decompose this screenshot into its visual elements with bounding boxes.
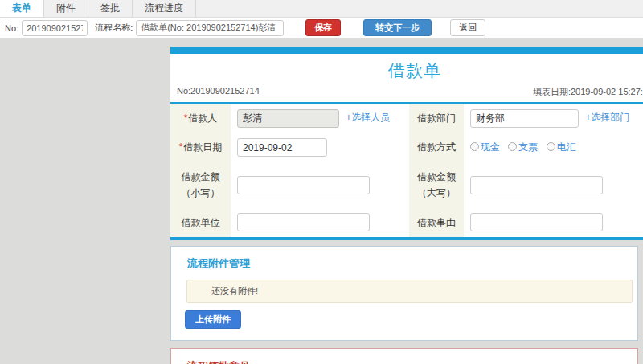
radio-cash[interactable]: 现金	[470, 141, 500, 153]
flow-name-input[interactable]	[136, 20, 284, 36]
radio-circle-icon[interactable]	[547, 142, 555, 151]
radio-circle-icon[interactable]	[508, 142, 517, 151]
save-button[interactable]: 保存	[305, 19, 341, 36]
tab-progress[interactable]: 流程进度	[133, 0, 196, 17]
upload-attachment-button[interactable]: 上传附件	[185, 310, 241, 329]
amount-upper-label: 借款金额（大写）	[409, 162, 464, 208]
amount-lower-label: 借款金额（小写）	[170, 162, 231, 208]
required-mark: *	[184, 112, 188, 124]
doc-number: No:20190902152714	[177, 86, 260, 98]
panel-bottom-bar	[170, 237, 643, 240]
borrower-input[interactable]	[237, 109, 339, 128]
table-row: *借款日期 借款方式 现金 支票 电汇	[170, 133, 643, 162]
back-button[interactable]: 返回	[450, 19, 485, 36]
select-department-link[interactable]: +选择部门	[585, 112, 629, 123]
table-row: 借款单位 借款事由	[170, 208, 643, 237]
department-input[interactable]	[470, 109, 579, 128]
loan-form-table: *借款人 +选择人员 借款部门 +选择部门 *借款日期	[170, 104, 643, 237]
form-meta-row: No:20190902152714 填表日期:2019-09-02 15:27:…	[170, 84, 643, 102]
no-label: No:	[5, 23, 18, 33]
approval-panel: 流程签批意见 B I abc	[170, 348, 638, 364]
loan-method-label: 借款方式	[409, 133, 464, 162]
tab-attachment[interactable]: 附件	[44, 0, 88, 17]
loan-reason-label: 借款事由	[409, 208, 464, 237]
amount-lower-input[interactable]	[237, 176, 370, 194]
radio-wire[interactable]: 电汇	[547, 141, 576, 153]
radio-cheque[interactable]: 支票	[508, 141, 538, 153]
page-content: 借款单 No:20190902152714 填表日期:2019-09-02 15…	[0, 38, 643, 364]
tab-approval[interactable]: 签批	[88, 0, 133, 17]
fill-date: 填表日期:2019-09-02 15:27:1	[533, 86, 643, 98]
loan-date-input[interactable]	[237, 138, 327, 157]
radio-circle-icon[interactable]	[470, 142, 479, 151]
loan-unit-input[interactable]	[237, 213, 370, 231]
amount-upper-input[interactable]	[470, 176, 603, 194]
attachments-header: 流程附件管理	[187, 256, 637, 271]
borrower-label: *借款人	[170, 104, 231, 133]
toolbar: No: 流程名称: 保存 转交下一步 返回	[0, 18, 643, 38]
attachments-panel: 流程附件管理 还没有附件! 上传附件	[170, 246, 638, 341]
table-row: 借款金额（小写） 借款金额（大写）	[170, 162, 643, 208]
forward-next-step-button[interactable]: 转交下一步	[363, 19, 432, 36]
form-title: 借款单	[170, 54, 643, 84]
loan-date-label: *借款日期	[170, 133, 231, 162]
select-person-link[interactable]: +选择人员	[346, 112, 390, 123]
loan-form-panel: 借款单 No:20190902152714 填表日期:2019-09-02 15…	[170, 47, 643, 240]
flow-name-label: 流程名称:	[95, 22, 133, 34]
tab-form[interactable]: 表单	[0, 0, 44, 17]
no-input[interactable]	[22, 20, 88, 36]
table-row: *借款人 +选择人员 借款部门 +选择部门	[170, 104, 643, 133]
required-mark: *	[179, 141, 183, 153]
loan-unit-label: 借款单位	[170, 208, 231, 237]
panel-top-bar	[170, 47, 643, 54]
department-label: 借款部门	[409, 104, 464, 133]
loan-reason-input[interactable]	[470, 213, 603, 231]
approval-header: 流程签批意见	[187, 359, 637, 364]
no-attachments-alert: 还没有附件!	[186, 280, 633, 303]
tab-bar: 表单 附件 签批 流程进度	[0, 0, 643, 18]
